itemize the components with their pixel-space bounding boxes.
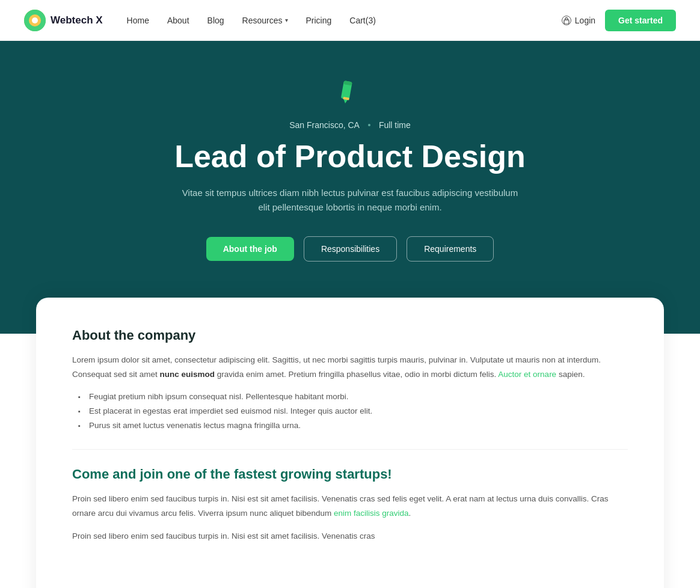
content-card: About the company Lorem ipsum dolor sit … — [36, 298, 664, 588]
list-item: Feugiat pretium nibh ipsum consequat nis… — [78, 390, 628, 404]
hero-location: San Francisco, CA — [289, 120, 360, 130]
hero-title: Lead of Product Design — [24, 139, 676, 174]
nav-links: Home About Blog Resources ▾ Pricing Cart… — [127, 16, 562, 25]
list-item: Purus sit amet luctus venenatis lectus m… — [78, 418, 628, 433]
about-job-button[interactable]: About the job — [206, 237, 294, 261]
nav-about[interactable]: About — [167, 16, 189, 25]
chevron-down-icon: ▾ — [285, 17, 288, 23]
bullet-list: Feugiat pretium nibh ipsum consequat nis… — [78, 390, 628, 432]
startup-heading: Come and join one of the fastest growing… — [72, 467, 628, 482]
nav-blog[interactable]: Blog — [207, 16, 224, 25]
logo-svg — [24, 10, 46, 31]
auctor-link[interactable]: Auctor et ornare — [498, 370, 556, 379]
company-bold: nunc euismod — [160, 370, 215, 379]
svg-point-2 — [32, 17, 38, 23]
nav-home[interactable]: Home — [127, 16, 149, 25]
hero-meta: San Francisco, CA Full time — [24, 120, 676, 130]
responsibilities-button[interactable]: Responsibilities — [304, 236, 397, 262]
meta-separator — [368, 124, 370, 126]
nav-pricing[interactable]: Pricing — [306, 16, 332, 25]
section-divider — [72, 449, 628, 450]
login-button[interactable]: Login — [562, 16, 595, 25]
nav-actions: Login Get started — [562, 10, 676, 31]
startup-link[interactable]: enim facilisis gravida — [334, 509, 409, 518]
navbar: Webtech X Home About Blog Resources ▾ Pr… — [0, 0, 700, 41]
hero-description: Vitae sit tempus ultrices diam nibh lect… — [182, 186, 518, 215]
list-item: Est placerat in egestas erat imperdiet s… — [78, 404, 628, 418]
company-heading: About the company — [72, 328, 628, 343]
hero-job-type: Full time — [379, 120, 411, 130]
svg-rect-3 — [564, 20, 569, 24]
company-paragraph-1: Lorem ipsum dolor sit amet, consectetur … — [72, 353, 628, 381]
hero-section: San Francisco, CA Full time Lead of Prod… — [0, 41, 700, 334]
startup-paragraph-1: Proin sed libero enim sed faucibus turpi… — [72, 492, 628, 520]
hero-buttons: About the job Responsibilities Requireme… — [24, 236, 676, 262]
nav-resources[interactable]: Resources ▾ — [242, 16, 288, 25]
requirements-button[interactable]: Requirements — [407, 236, 494, 262]
pencil-icon — [336, 77, 364, 106]
logo-text: Webtech X — [51, 14, 103, 26]
lock-icon — [562, 16, 571, 25]
logo[interactable]: Webtech X — [24, 10, 103, 31]
startup-paragraph-2: Proin sed libero enim sed faucibus turpi… — [72, 529, 628, 544]
pencil-icon-container — [334, 77, 366, 108]
get-started-button[interactable]: Get started — [605, 10, 676, 31]
nav-cart[interactable]: Cart(3) — [349, 16, 376, 25]
logo-icon — [24, 10, 46, 31]
